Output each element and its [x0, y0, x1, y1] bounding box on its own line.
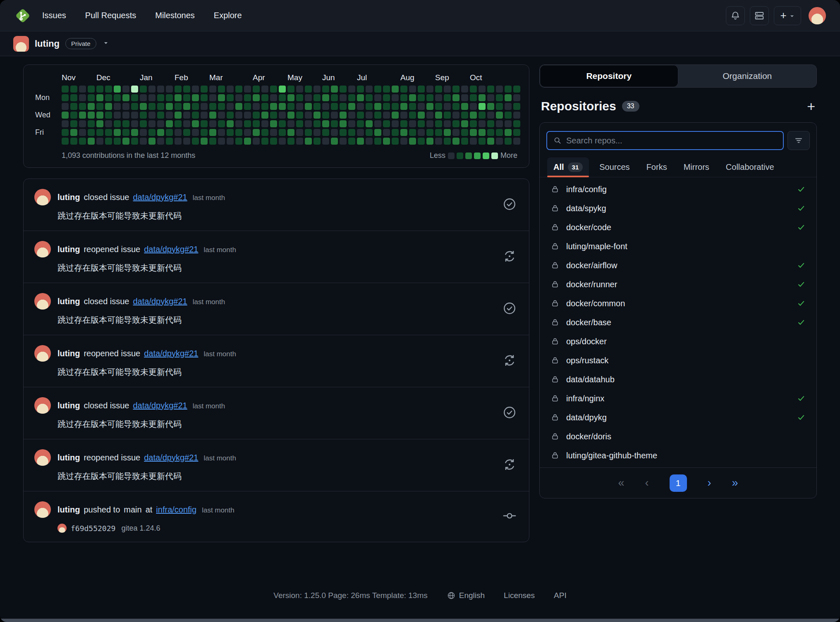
licenses-link[interactable]: Licenses — [504, 591, 535, 600]
heatmap-cell — [314, 86, 321, 93]
commit-sha-link[interactable]: f69d552029 — [71, 524, 115, 533]
pagination-first-button[interactable]: « — [618, 477, 624, 489]
repo-search-input[interactable] — [566, 136, 777, 145]
repo-filter-button[interactable] — [787, 131, 810, 150]
profile-avatar[interactable] — [13, 36, 29, 52]
heatmap-cell — [374, 138, 381, 145]
repo-row[interactable]: infra/config — [540, 180, 816, 199]
nav-explore[interactable]: Explore — [214, 11, 242, 20]
feed-actor-avatar[interactable] — [34, 449, 51, 466]
feed-actor-name[interactable]: luting — [57, 505, 80, 515]
repo-row[interactable]: data/dpykg — [540, 408, 816, 427]
tab-organization[interactable]: Organization — [678, 65, 817, 87]
feed-actor-avatar[interactable] — [34, 293, 51, 310]
language-selector[interactable]: English — [447, 591, 485, 600]
pagination-last-button[interactable]: » — [732, 477, 738, 489]
repo-row[interactable]: ops/rustack — [540, 351, 816, 370]
repo-row[interactable]: docker/code — [540, 218, 816, 237]
create-new-button[interactable]: + — [774, 6, 801, 25]
feed-actor-avatar[interactable] — [34, 241, 51, 257]
feed-actor-name[interactable]: luting — [57, 349, 80, 358]
feed-actor-name[interactable]: luting — [57, 401, 80, 410]
heatmap-cell — [157, 138, 164, 145]
heatmap-cell — [253, 138, 260, 145]
repo-row[interactable]: docker/airflow — [540, 256, 816, 275]
repo-filter-tab-mirrors[interactable]: Mirrors — [677, 157, 716, 177]
feed-issue-comment: 跳过存在版本可能导致未更新代码 — [57, 419, 492, 430]
pagination-prev-button[interactable]: ‹ — [645, 477, 649, 489]
heatmap-cell — [62, 138, 69, 145]
feed-actor-avatar[interactable] — [34, 345, 51, 362]
tab-repository[interactable]: Repository — [540, 65, 678, 87]
legend-less-label: Less — [430, 151, 445, 160]
feed-actor-name[interactable]: luting — [57, 193, 80, 202]
heatmap-cell — [426, 129, 433, 136]
repo-row[interactable]: infra/nginx — [540, 389, 816, 408]
feed-actor-name[interactable]: luting — [57, 245, 80, 254]
pagination-next-button[interactable]: › — [708, 477, 711, 489]
repo-row[interactable]: ops/docker — [540, 332, 816, 351]
feed-target-link[interactable]: data/dpykg#21 — [133, 193, 187, 202]
repo-filter-tab-sources[interactable]: Sources — [593, 157, 636, 177]
feed-target-link[interactable]: data/dpykg#21 — [133, 297, 187, 306]
globe-icon — [447, 591, 456, 600]
repo-row[interactable]: luting/gitea-github-theme — [540, 446, 816, 465]
heatmap-cell — [392, 120, 399, 127]
heatmap-cell — [496, 94, 503, 101]
profile-dropdown-caret[interactable] — [103, 40, 109, 48]
repo-row[interactable]: docker/common — [540, 294, 816, 313]
heatmap-cell — [383, 129, 390, 136]
heatmap-cell — [70, 138, 77, 145]
repo-search-box — [546, 131, 784, 150]
heatmap-cell — [183, 94, 190, 101]
feed-actor-name[interactable]: luting — [57, 297, 80, 306]
repo-row[interactable]: luting/maple-font — [540, 237, 816, 256]
repo-row[interactable]: docker/base — [540, 313, 816, 332]
new-repository-plus-icon[interactable]: + — [807, 99, 815, 113]
feed-actor-name[interactable]: luting — [57, 453, 80, 462]
feed-target-link[interactable]: data/dpykg#21 — [133, 401, 187, 410]
user-avatar[interactable] — [809, 7, 826, 24]
heatmap-cell — [114, 103, 121, 110]
repo-row[interactable]: docker/runner — [540, 275, 816, 294]
feed-item-title: lutingpushed tomainatinfra/configlast mo… — [57, 505, 235, 515]
feed-target-link[interactable]: data/dpykg#21 — [144, 453, 198, 462]
heatmap-cell — [366, 112, 373, 119]
nav-pull-requests[interactable]: Pull Requests — [85, 11, 136, 20]
nav-milestones[interactable]: Milestones — [155, 11, 195, 20]
heatmap-month-label: Jun — [322, 73, 335, 82]
feed-target-link[interactable]: data/dpykg#21 — [144, 245, 198, 254]
heatmap-cell — [496, 112, 503, 119]
nav-issues[interactable]: Issues — [42, 11, 66, 20]
repo-filter-tab-collaborative[interactable]: Collaborative — [720, 157, 780, 177]
heatmap-month-label: May — [287, 73, 302, 82]
heatmap-cell — [261, 120, 268, 127]
repo-row[interactable]: data/spykg — [540, 199, 816, 218]
heatmap-cell — [331, 138, 338, 145]
feed-target-link[interactable]: data/dpykg#21 — [144, 349, 198, 358]
heatmap-cell — [452, 120, 459, 127]
heatmap-cell — [79, 86, 86, 93]
repositories-count-badge: 33 — [622, 101, 639, 112]
heatmap-cell — [392, 112, 399, 119]
gitea-logo-icon[interactable] — [14, 7, 31, 24]
heatmap-cell — [270, 112, 277, 119]
feed-target-link[interactable]: infra/config — [156, 505, 196, 515]
feed-actor-avatar[interactable] — [34, 501, 51, 518]
issue-reopened-icon — [503, 353, 517, 369]
repo-filter-tab-forks[interactable]: Forks — [640, 157, 673, 177]
api-link[interactable]: API — [554, 591, 567, 600]
repo-row[interactable]: docker/doris — [540, 427, 816, 446]
feed-actor-avatar[interactable] — [34, 189, 51, 205]
notifications-button[interactable] — [726, 6, 745, 25]
repo-row[interactable]: data/datahub — [540, 370, 816, 389]
heatmap-cell — [79, 103, 86, 110]
lock-icon — [550, 432, 560, 441]
pagination-current-page[interactable]: 1 — [670, 474, 687, 492]
feed-actor-avatar[interactable] — [34, 397, 51, 414]
admin-panel-button[interactable] — [750, 6, 769, 25]
heatmap-cell — [270, 86, 277, 93]
heatmap-cell — [96, 86, 103, 93]
heatmap-day-label: Wed — [35, 112, 56, 119]
repo-filter-tab-all[interactable]: All31 — [547, 157, 589, 177]
